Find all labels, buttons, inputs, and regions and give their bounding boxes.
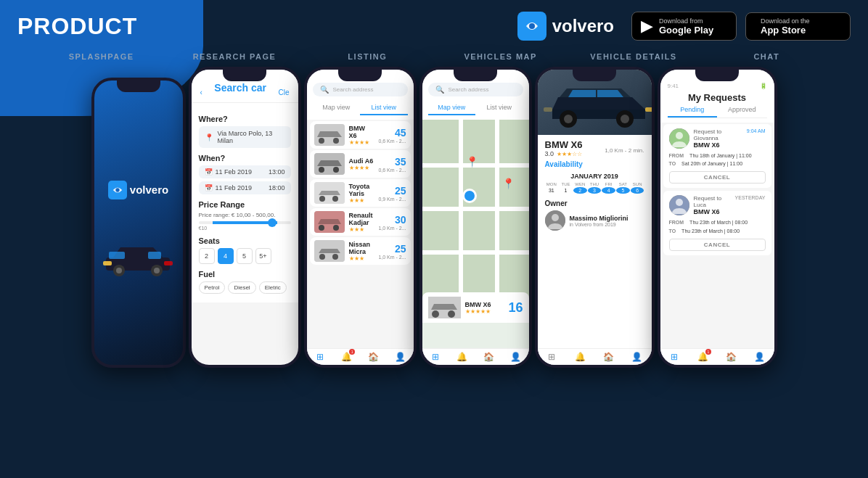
chat-cancel-button-2[interactable]: CANCEL: [669, 239, 766, 251]
label-research: RESEARCH PAGE: [176, 52, 292, 61]
chat-tab-pending[interactable]: Pending: [668, 103, 718, 118]
map-pin-1[interactable]: 📍: [466, 156, 478, 168]
listing-car-name-5: Nissan Micra: [349, 241, 374, 255]
chat-info-2: Request to Luca BMW X6: [694, 195, 731, 215]
details-nav-bell[interactable]: 🔔: [566, 352, 594, 362]
details-nav-home[interactable]: 🏠: [594, 352, 623, 362]
google-play-button[interactable]: ▶ Download from Google Play: [631, 12, 737, 41]
cal-day-6[interactable]: 6: [631, 187, 644, 194]
research-clear-button[interactable]: Cle: [278, 88, 289, 96]
seat-4[interactable]: 4: [218, 248, 234, 264]
listing-nav-grid[interactable]: ⊞: [307, 352, 334, 362]
seat-5[interactable]: 5: [237, 248, 253, 264]
listing-car-price-col-1: 45 0,6 Km - 2...: [378, 127, 406, 144]
fuel-petrol[interactable]: Petrol: [199, 281, 226, 294]
where-label: Where?: [199, 115, 291, 123]
listing-car-info-1: BMW X6 ★★★★: [349, 125, 374, 146]
map-car-card[interactable]: BMW X6 ★★★★★ 16: [422, 292, 529, 323]
listing-item-nissan[interactable]: Nissan Micra ★★★ 25 1,0 Km - 2...: [310, 237, 411, 265]
chat-nav-user[interactable]: 👤: [745, 352, 774, 362]
research-back-button[interactable]: ‹: [200, 88, 202, 96]
fuel-diesel[interactable]: Diesel: [228, 281, 255, 294]
listing-nav-user[interactable]: 👤: [387, 352, 414, 362]
map-pin-2[interactable]: 📍: [502, 178, 515, 189]
chat-cancel-button-1[interactable]: CANCEL: [669, 171, 766, 184]
from-date-input[interactable]: 📅 11 Feb 2019 13:00: [199, 165, 291, 178]
details-nav-grid[interactable]: ⊞: [538, 352, 566, 362]
listing-list-tab[interactable]: List view: [360, 101, 408, 115]
chat-tab-approved[interactable]: Approved: [717, 103, 767, 118]
cal-day-4[interactable]: 4: [602, 187, 615, 194]
phone-chat: 9:41 🔋 My Requests Pending Approved Requ…: [658, 67, 777, 368]
google-play-text: Download from Google Play: [659, 17, 713, 36]
chat-request-2[interactable]: Request to Luca BMW X6 YESTERDAY FROM Th…: [663, 191, 771, 255]
app-store-text: Download on the App Store: [761, 17, 810, 36]
cal-day-3[interactable]: 3: [588, 187, 602, 194]
svg-point-1: [115, 188, 119, 191]
map-nav-user[interactable]: 👤: [502, 352, 529, 362]
map-search-bar[interactable]: 🔍 Search address: [428, 83, 523, 96]
cal-day-5[interactable]: 5: [616, 187, 630, 194]
owner-label: Owner: [545, 199, 644, 207]
listing-car-name-2: Audi A6: [349, 157, 374, 165]
chat-time-1: 9:04 AM: [747, 128, 766, 133]
map-nav-bell[interactable]: 🔔: [449, 352, 475, 362]
chat-to-label-2: TO: [669, 227, 676, 235]
map-list-tab[interactable]: List view: [475, 101, 523, 115]
svg-point-13: [333, 138, 339, 144]
price-range-value: Price range: € 10,00 - 500,00.: [199, 212, 291, 218]
svg-rect-9: [103, 261, 112, 265]
calendar-grid: MON TUE WEN THU FRI SAT SUN 31 1 2 3 4 5…: [545, 182, 644, 194]
header: PRODUCT volvero ▶ Download from Google P…: [0, 0, 868, 52]
chat-nav-home[interactable]: 🏠: [717, 352, 745, 362]
phone-notch-4: [454, 70, 497, 81]
chat-request-1[interactable]: Request to Giovanna BMW X6 9:04 AM FROM …: [663, 124, 771, 188]
chat-nav-bell[interactable]: 🔔1: [689, 352, 717, 362]
map-map-tab[interactable]: Map view: [428, 101, 476, 115]
listing-nav-home[interactable]: 🏠: [360, 352, 387, 362]
map-nav-home[interactable]: 🏠: [475, 352, 502, 362]
listing-item-toyota[interactable]: Toyota Yaris ★★★ 25 0,9 Km - 2...: [310, 179, 411, 207]
phone-splashpage: volvero: [91, 78, 186, 368]
fuel-electric[interactable]: Eletric: [259, 281, 287, 294]
to-date-input[interactable]: 📅 11 Feb 2019 18:00: [199, 181, 291, 194]
chat-title: My Requests: [668, 92, 767, 103]
listing-search-bar[interactable]: 🔍 Search address: [313, 83, 408, 96]
listing-car-stars-2: ★★★★: [349, 165, 374, 171]
owner-row: Massimo Migliorini in Volvero from 2019: [545, 210, 644, 231]
listing-item-audi[interactable]: Audi A6 ★★★★ 35 0,6 Km - 2...: [310, 150, 411, 178]
cal-h-fri: FRI: [602, 182, 615, 186]
price-slider[interactable]: [199, 221, 291, 224]
app-store-button[interactable]: Download on the App Store: [745, 12, 851, 41]
seat-5plus[interactable]: 5+: [255, 248, 271, 264]
availability-label: Availability: [538, 159, 652, 170]
calendar-to-icon: 📅: [205, 184, 213, 191]
chat-nav-grid[interactable]: ⊞: [660, 352, 689, 362]
listing-item-bmw[interactable]: BMW X6 ★★★★ 45 0,6 Km - 2...: [310, 121, 411, 149]
chat-from-date-1: Thu 18th of January | 11:00: [689, 152, 752, 160]
svg-point-41: [676, 199, 683, 206]
phone-vehicles-map: 🔍 Search address Map view List view 📍 �: [419, 67, 532, 368]
google-play-icon: ▶: [641, 17, 653, 36]
listing-item-renault[interactable]: Renault Kadjar ★★★ 30 1,0 Km - 2...: [310, 208, 411, 236]
listing-map-tab[interactable]: Map view: [313, 101, 361, 115]
chat-car-2: BMW X6: [694, 208, 731, 215]
map-car-price: 16: [508, 300, 523, 316]
details-nav-user[interactable]: 👤: [623, 352, 651, 362]
calendar-month: JANUARY 2019: [545, 173, 644, 180]
listing-nav-bell[interactable]: 🔔1: [333, 352, 360, 362]
phone-notch-5: [573, 70, 616, 81]
location-input[interactable]: 📍 Via Marco Polo, 13 Milan: [199, 126, 291, 148]
listing-car-img-5: [314, 240, 345, 262]
seat-2[interactable]: 2: [199, 248, 215, 264]
phones-row: volvero: [77, 67, 792, 368]
phone-labels: SPLASHPAGE RESEARCH PAGE LISTING VEHICLE…: [35, 52, 833, 61]
price-range-label: Price Range: [199, 200, 291, 209]
listing-car-img-4: [314, 211, 345, 233]
details-stars: ★★★☆☆: [557, 151, 582, 157]
listing-car-price-3: 25: [378, 185, 406, 197]
listing-car-price-col-2: 35 0,6 Km - 2...: [378, 156, 406, 173]
cal-day-2[interactable]: 2: [573, 187, 587, 194]
listing-car-price-2: 35: [378, 156, 406, 168]
map-nav-grid[interactable]: ⊞: [422, 352, 449, 362]
